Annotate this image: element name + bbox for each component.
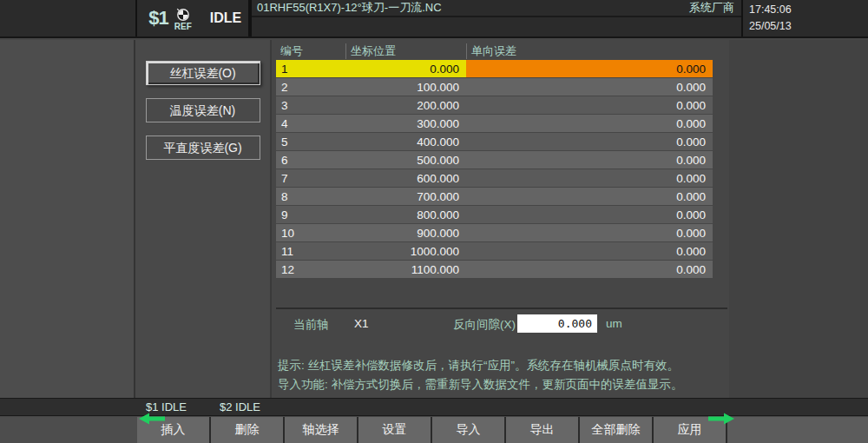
channel-label: $1 <box>148 7 168 30</box>
program-title-cell: 01RHF55(R1X7)-12°球刀-一刀流.NC 系统厂商 <box>250 0 741 36</box>
table-row[interactable]: 8 700.000 0.000 <box>276 188 713 205</box>
section-divider <box>276 307 727 309</box>
cell-position: 300.000 <box>345 115 466 132</box>
cell-no: 10 <box>276 224 345 241</box>
cell-error: 0.000 <box>466 206 713 223</box>
backlash-input[interactable] <box>517 314 597 333</box>
date-value: 25/05/13 <box>749 18 819 35</box>
content-area: 丝杠误差(O) 温度误差(N) 平直度误差(G) 编号 坐标位置 单向误差 1 … <box>0 40 868 398</box>
cell-position: 700.000 <box>345 188 466 205</box>
cell-error: 0.000 <box>466 261 713 278</box>
program-title-row: 01RHF55(R1X7)-12°球刀-一刀流.NC 系统厂商 <box>252 0 741 17</box>
table-row[interactable]: 10 900.000 0.000 <box>276 224 713 241</box>
table-row[interactable]: 2 100.000 0.000 <box>276 78 713 96</box>
cell-no: 7 <box>276 169 345 187</box>
program-name: 01RHF55(R1X7)-12°球刀-一刀流.NC <box>257 0 442 16</box>
cell-position: 1000.000 <box>345 242 466 260</box>
current-axis-label: 当前轴 <box>293 317 329 333</box>
reference-point-icon <box>176 8 190 22</box>
cell-error: 0.000 <box>466 151 713 169</box>
axis-section: 当前轴 X1 反向间隙(X) um <box>272 314 729 334</box>
table-row[interactable]: 12 1100.000 0.000 <box>276 261 713 278</box>
softkey-zone: 插入 删除 轴选择 设置 导入 导出 全部删除 应用 <box>137 417 727 443</box>
vendor-label: 系统厂商 <box>689 0 734 16</box>
status-bar: $1 IDLE $2 IDLE <box>0 398 868 416</box>
softkey-left-spacer <box>0 417 137 443</box>
cell-error: 0.000 <box>466 224 713 241</box>
backlash-unit: um <box>606 317 622 330</box>
column-header-no: 编号 <box>276 43 345 59</box>
cell-no: 3 <box>276 96 345 114</box>
compensation-table: 编号 坐标位置 单向误差 1 0.000 0.000 2 100.000 0.0… <box>276 42 713 279</box>
cnc-screen: $1 REF IDLE 01RHF55(R1X7)-12°球刀-一刀流.NC 系… <box>0 0 868 443</box>
table-row[interactable]: 5 400.000 0.000 <box>276 133 713 150</box>
softkey-bar: 插入 删除 轴选择 设置 导入 导出 全部删除 应用 <box>0 417 868 443</box>
table-row[interactable]: 9 800.000 0.000 <box>276 206 713 223</box>
backlash-label: 反向间隙(X) <box>453 317 516 333</box>
cell-error: 0.000 <box>466 188 713 205</box>
softkey-export[interactable]: 导出 <box>506 417 578 443</box>
sidebar-item-screw-error[interactable]: 丝杠误差(O) <box>146 61 260 85</box>
cell-position: 0.000 <box>345 60 466 77</box>
cell-error: 0.000 <box>466 242 713 260</box>
cell-error: 0.000 <box>466 78 713 96</box>
cell-no: 4 <box>276 115 345 132</box>
table-body: 1 0.000 0.000 2 100.000 0.000 3 200.000 … <box>276 60 713 278</box>
softkey-delete-all[interactable]: 全部删除 <box>580 417 652 443</box>
top-bar-right-spacer <box>819 0 868 36</box>
cell-error: 0.000 <box>466 96 713 114</box>
cell-position: 600.000 <box>345 169 466 187</box>
cell-error: 0.000 <box>466 60 713 77</box>
cell-no: 5 <box>276 133 345 150</box>
cell-position: 200.000 <box>345 96 466 114</box>
cell-no: 9 <box>276 206 345 223</box>
sidebar: 丝杠误差(O) 温度误差(N) 平直度误差(G) <box>135 40 272 398</box>
page-left-arrow-icon[interactable] <box>139 413 165 425</box>
machine-mode: IDLE <box>203 0 250 36</box>
hint-line-2: 导入功能: 补偿方式切换后，需重新导入数据文件，更新页面中的误差值显示。 <box>278 375 733 394</box>
cell-position: 100.000 <box>345 78 466 96</box>
main-panel: 编号 坐标位置 单向误差 1 0.000 0.000 2 100.000 0.0… <box>272 40 868 398</box>
table-row[interactable]: 4 300.000 0.000 <box>276 115 713 132</box>
cell-position: 900.000 <box>345 224 466 241</box>
cell-error: 0.000 <box>466 169 713 187</box>
cell-no: 2 <box>276 78 345 96</box>
softkey-axis-select[interactable]: 轴选择 <box>285 417 357 443</box>
cell-position: 500.000 <box>345 151 466 169</box>
softkey-right-filler <box>727 417 868 443</box>
table-row[interactable]: 11 1000.000 0.000 <box>276 242 713 260</box>
channel-cell: $1 REF <box>135 0 203 36</box>
cell-error: 0.000 <box>466 115 713 132</box>
hint-text: 提示: 丝杠误差补偿数据修改后，请执行“应用”。系统存在轴机械原点时有效。 导入… <box>278 356 733 394</box>
cell-no: 8 <box>276 188 345 205</box>
top-bar: $1 REF IDLE 01RHF55(R1X7)-12°球刀-一刀流.NC 系… <box>0 0 868 38</box>
time-value: 17:45:06 <box>749 2 819 18</box>
main-right-shade <box>729 40 868 398</box>
cell-no: 1 <box>276 60 345 77</box>
cell-no: 12 <box>276 261 345 278</box>
softkey-settings[interactable]: 设置 <box>358 417 431 443</box>
clock-cell: 17:45:06 25/05/13 <box>741 0 819 36</box>
table-header: 编号 坐标位置 单向误差 <box>276 42 713 60</box>
top-bar-spacer <box>0 0 135 36</box>
table-row[interactable]: 1 0.000 0.000 <box>276 60 713 77</box>
page-right-arrow-icon[interactable] <box>708 413 734 425</box>
cell-error: 0.000 <box>466 133 713 150</box>
left-empty-pane <box>0 40 135 398</box>
sidebar-item-temperature-error[interactable]: 温度误差(N) <box>146 98 260 122</box>
hint-line-1: 提示: 丝杠误差补偿数据修改后，请执行“应用”。系统存在轴机械原点时有效。 <box>278 356 733 375</box>
table-row[interactable]: 3 200.000 0.000 <box>276 96 713 114</box>
column-header-position: 坐标位置 <box>345 43 466 59</box>
cell-position: 1100.000 <box>345 261 466 278</box>
sidebar-item-straightness-error[interactable]: 平直度误差(G) <box>146 136 260 160</box>
current-axis-value: X1 <box>354 317 369 330</box>
channel-1-status: $1 IDLE <box>146 400 187 413</box>
cell-no: 11 <box>276 242 345 260</box>
reference-indicator: REF <box>174 8 192 31</box>
ref-label: REF <box>174 23 192 31</box>
table-row[interactable]: 7 600.000 0.000 <box>276 169 713 187</box>
table-row[interactable]: 6 500.000 0.000 <box>276 151 713 169</box>
cell-position: 800.000 <box>345 206 466 223</box>
softkey-delete[interactable]: 删除 <box>211 417 283 443</box>
softkey-import[interactable]: 导入 <box>432 417 504 443</box>
